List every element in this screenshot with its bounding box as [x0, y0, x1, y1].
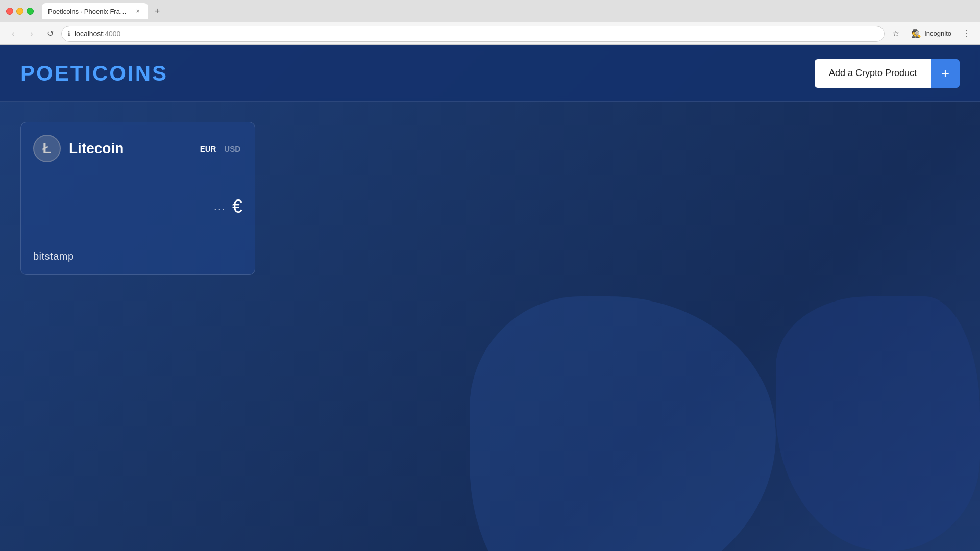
new-tab-button[interactable]: + [150, 4, 164, 18]
exchange-name: bitstamp [33, 251, 74, 262]
add-crypto-product-button[interactable]: Add a Crypto Product [815, 59, 931, 88]
app-wrapper: POETICOINS Add a Crypto Product + Ł Lite… [0, 45, 980, 551]
card-top: Ł Litecoin EUR USD [33, 135, 242, 162]
traffic-lights [6, 8, 34, 15]
app-header: POETICOINS Add a Crypto Product + [0, 45, 980, 102]
bookmark-button[interactable]: ☆ [889, 27, 903, 41]
lock-icon: ℹ [68, 30, 70, 37]
incognito-area[interactable]: 🕵 Incognito [907, 27, 955, 40]
header-actions: Add a Crypto Product + [815, 59, 960, 88]
add-plus-button[interactable]: + [931, 59, 960, 88]
litecoin-icon: Ł [33, 135, 61, 162]
tab-title: Poeticoins · Phoenix Framewor [48, 8, 130, 15]
browser-menu-button[interactable]: ⋮ [960, 27, 974, 41]
close-window-button[interactable] [6, 8, 13, 15]
tab-bar: Poeticoins · Phoenix Framewor × + [42, 3, 974, 19]
app-main: Ł Litecoin EUR USD ... € bitstamp [0, 102, 980, 295]
address-text: localhost:4000 [75, 30, 120, 38]
incognito-label: Incognito [924, 30, 951, 37]
forward-button[interactable]: › [24, 27, 39, 41]
browser-toolbar: ‹ › ↺ ℹ localhost:4000 ☆ 🕵 Incognito ⋮ [0, 22, 980, 45]
back-button[interactable]: ‹ [6, 27, 20, 41]
address-bar[interactable]: ℹ localhost:4000 [61, 26, 885, 42]
coin-name: Litecoin [69, 140, 124, 157]
minimize-window-button[interactable] [16, 8, 23, 15]
reload-button[interactable]: ↺ [43, 27, 57, 41]
browser-chrome: Poeticoins · Phoenix Framewor × + ‹ › ↺ … [0, 0, 980, 45]
maximize-window-button[interactable] [27, 8, 34, 15]
active-tab[interactable]: Poeticoins · Phoenix Framewor × [42, 3, 148, 19]
tab-close-button[interactable]: × [134, 7, 142, 15]
incognito-icon: 🕵 [911, 29, 921, 38]
app-logo: POETICOINS [20, 61, 168, 86]
currency-tabs: EUR USD [198, 143, 242, 154]
eur-tab[interactable]: EUR [198, 143, 218, 154]
card-bottom: bitstamp [33, 251, 242, 262]
browser-titlebar: Poeticoins · Phoenix Framewor × + [0, 0, 980, 22]
card-coin-info: Ł Litecoin [33, 135, 124, 162]
litecoin-card[interactable]: Ł Litecoin EUR USD ... € bitstamp [20, 122, 255, 275]
bg-decoration-2 [776, 296, 980, 551]
price-loading: ... [214, 200, 226, 213]
price-currency-symbol: € [232, 196, 242, 217]
bg-decoration-1 [470, 296, 776, 551]
usd-tab[interactable]: USD [222, 143, 242, 154]
card-price-area: ... € [33, 196, 242, 217]
